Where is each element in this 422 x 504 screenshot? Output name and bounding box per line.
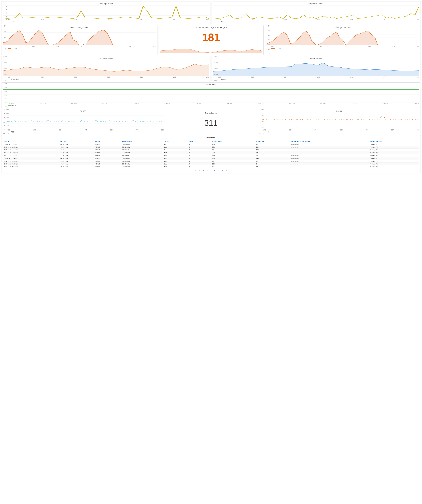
page-6-button[interactable]: 6 [213,169,216,172]
col-time[interactable]: Time ▼ [3,140,59,143]
page-7-button[interactable]: 7 [217,169,220,172]
col-tx-dr[interactable]: TX DR [188,140,211,143]
table-cell: 9.00 dB [94,151,121,154]
table-cell: 9.50 dB [94,154,121,157]
page-3-button[interactable]: 3 [202,169,205,172]
col-frame-counter[interactable]: Frame counter [211,140,255,143]
snr-legend: SNR [263,131,419,133]
table-cell: -70.00 dBm [59,165,94,168]
table-cell: true [163,154,188,157]
rssi-x-axis: 2/22 2/23 2/24 2/25 2/26 2/27 2/28 [8,129,164,131]
table-cell: 27 [255,154,290,157]
table-cell: -70.00 dBm [59,146,94,149]
table-cell: ●●●●●●●●●●● [290,163,369,165]
table-cell: true [163,143,188,146]
table-cell: 72 [255,160,290,163]
table-cell: 0 [188,165,211,168]
table-cell: 868.30 MHz [121,157,163,160]
col-rx-rssi[interactable]: RX RSSI [59,140,94,143]
table-cell: 143 [255,157,290,160]
table-cell: 0 [188,163,211,165]
ltr-legend-line [8,22,11,22]
row-1: Left to right counter 80 60 40 20 0 [1,1,421,24]
dashboard: Left to right counter 80 60 40 20 0 [0,0,422,176]
col-tx-freq[interactable]: TX Frequency [121,140,163,143]
table-cell: 0 [188,151,211,154]
diff-title: Difference between LTR_SUM and RTL_SUM [160,27,262,29]
col-rx-snr[interactable]: RX SNR [94,140,121,143]
table-cell: 9.20 dB [94,165,121,168]
diff-big-number: 181 [160,29,262,45]
table-header: Time ▼ RX RSSI RX SNR TX Frequency TX Ad… [3,140,419,143]
frames-title: Frames Counter [205,112,217,114]
page-5-button[interactable]: 5 [209,169,213,172]
table-cell: -71.00 dBm [59,149,94,151]
table-cell: 868.30 MHz [121,160,163,163]
table-cell: Package V2 [369,149,419,151]
page-9-button[interactable]: 9 [225,169,228,172]
header-row: Time ▼ RX RSSI RX SNR TX Frequency TX Ad… [3,140,419,143]
table-cell: Package V2 [369,154,419,157]
rtl-sum-y-axis: 60 50 40 30 20 10 0 [265,25,270,55]
table-cell: 145 [255,165,290,168]
page-8-button[interactable]: 8 [221,169,224,172]
table-cell: 196 [211,163,255,165]
ltr-chart-box: Left to right counter 80 60 40 20 0 [1,1,210,24]
voltage-svg-container [3,87,419,103]
table-cell: 868.30 MHz [121,163,163,165]
page-2-button[interactable]: 2 [198,169,201,172]
col-frame-port[interactable]: Frame port [255,140,290,143]
table-cell: 195 [211,165,255,168]
table-cell: 197 [211,160,255,163]
snr-legend-label: SNR [267,131,269,133]
col-gateway-id[interactable]: RX gateway id(first gateway) [290,140,369,143]
table-cell: 0 [188,146,211,149]
rssi-title: RX RSSI [3,110,164,112]
snr-svg-container [258,113,419,129]
table-cell: true [163,165,188,168]
ltr-sum-legend-line [8,48,11,48]
ltr-sum-svg-container [3,29,156,45]
table-cell: 201 [211,149,255,151]
frames-value: 311 [204,115,218,131]
voltage-x-axis: 2/22 00:00 2/22 12:00 2/23 00:00 2/23 12… [9,103,419,104]
table-cell: ●●●●●●●●●●● [290,151,369,154]
table-cell: 0 [188,157,211,160]
table-cell: 123 [255,149,290,151]
table-cell: 0 [188,143,211,146]
diff-bottom [160,45,262,53]
rtl-legend: RTL [218,21,419,23]
node-stats-table: Time ▼ RX RSSI RX SNR TX Frequency TX Ad… [3,140,419,168]
table-cell: 119 [255,146,290,149]
ltr-sum-title: Sum of left to right counts [3,27,156,29]
table-cell: 2023-02-28 12:13:12 [3,149,59,151]
rtl-sum-title: Sum of right to left counts [266,27,419,29]
rtl-x-axis: 2/22 2/23 2/24 2/25 2/26 2/27 2/28 [218,19,419,21]
table-cell: 198 [211,157,255,160]
table-cell: Package V2 [369,163,419,165]
page-4-button[interactable]: 4 [206,169,209,172]
temp-y-axis: 27.0 °C 26.0 °C 25.0 °C 24.0 °C 23.0 °C [1,56,8,81]
table-cell: ●●●●●●●●●●● [290,154,369,157]
svg-marker-36 [213,63,419,76]
page-1-button[interactable]: 1 [194,169,197,172]
humidity-chart-box: Device Humidity 30 %H 25 %H 20 %H 15 %H … [212,56,421,81]
table-cell: -70.00 dBm [59,143,94,146]
ltr-legend: LTR [8,21,209,23]
node-stats-title: Node Stats [3,137,419,139]
col-conversion-state[interactable]: Conversion State [369,140,419,143]
table-cell: -74.00 dBm [59,157,94,160]
table-cell: -72.00 dBm [59,151,94,154]
ltr-sum-legend-label: LTR_SUM [11,48,17,49]
row-2: Sum of left to right counts 250 200 150 … [1,25,421,55]
ltr-chart-area: 80 60 40 20 0 [3,6,209,21]
rssi-legend-label: RSSI [11,131,14,133]
table-cell: 8.80 dB [94,149,121,151]
table-cell: 202 [211,146,255,149]
ltr-y-axis: 80 60 40 20 0 [3,6,8,21]
table-cell: true [163,151,188,154]
col-tx-adr[interactable]: TX Adr [163,140,188,143]
row-5: RX RSSI -40 dBm -50 dBm -60 dBm -70 dBm … [1,109,421,134]
rtl-chart-title: Right to left counter [213,3,419,5]
table-cell: 47 [255,151,290,154]
